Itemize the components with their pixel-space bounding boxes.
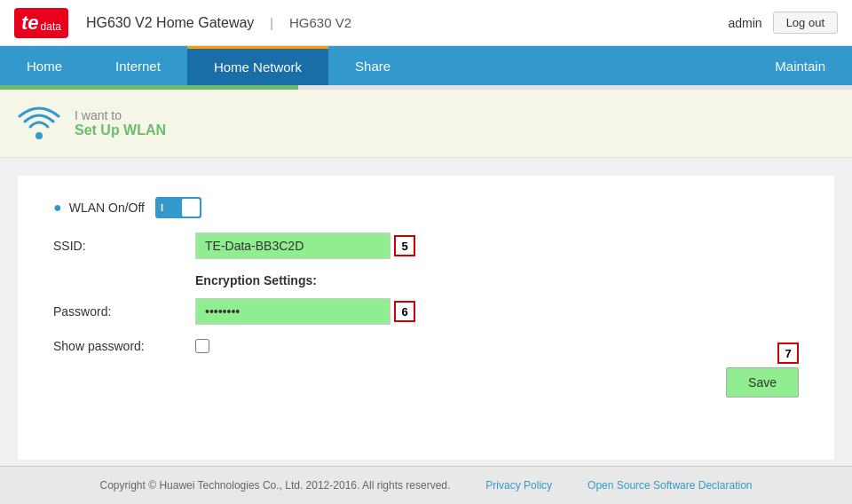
toggle-on-text: I <box>161 202 163 213</box>
header-model: HG630 V2 <box>289 15 351 30</box>
toggle-thumb <box>182 199 200 217</box>
password-row: Password: 6 <box>53 298 799 325</box>
ssid-step-badge: 5 <box>394 235 415 256</box>
show-password-checkbox[interactable] <box>195 339 209 353</box>
logout-button[interactable]: Log out <box>773 12 838 34</box>
logo: tedata <box>14 8 68 38</box>
svg-point-0 <box>36 132 43 139</box>
password-label: Password: <box>53 304 195 319</box>
admin-label: admin <box>728 16 761 30</box>
ssid-input[interactable] <box>195 232 390 259</box>
save-step-badge: 7 <box>777 343 799 364</box>
footer-open-source[interactable]: Open Source Software Declaration <box>588 479 752 492</box>
nav-spacer <box>417 46 748 85</box>
nav-item-internet[interactable]: Internet <box>89 46 187 85</box>
save-button[interactable]: Save <box>726 367 799 398</box>
header: tedata HG630 V2 Home Gateway | HG630 V2 … <box>0 0 852 46</box>
bullet-icon: ● <box>53 200 62 216</box>
encryption-settings-label: Encryption Settings: <box>195 273 799 287</box>
logo-container: tedata HG630 V2 Home Gateway | HG630 V2 <box>14 8 351 38</box>
wifi-icon <box>18 102 60 145</box>
footer-privacy-policy[interactable]: Privacy Policy <box>485 479 552 492</box>
footer-copyright: Copyright © Huawei Technologies Co., Ltd… <box>100 479 451 492</box>
save-wrapper: 7 Save <box>726 367 799 398</box>
nav-item-home[interactable]: Home <box>0 46 89 85</box>
footer: Copyright © Huawei Technologies Co., Ltd… <box>0 466 852 504</box>
logo-data-text: data <box>41 20 61 33</box>
show-password-row: Show password: <box>53 339 799 353</box>
save-section: 7 Save <box>53 367 799 398</box>
nav-bar: Home Internet Home Network Share Maintai… <box>0 46 852 85</box>
content-area: ● WLAN On/Off I SSID: 5 Encryption Setti… <box>18 176 834 460</box>
nav-item-home-network[interactable]: Home Network <box>187 46 328 85</box>
password-input[interactable] <box>195 298 390 325</box>
header-title: HG630 V2 Home Gateway <box>86 15 254 31</box>
header-divider: | <box>270 16 273 30</box>
ssid-input-wrapper: 5 <box>195 232 415 259</box>
ssid-label: SSID: <box>53 239 195 253</box>
logo-te-text: te <box>21 12 39 35</box>
wlan-onoff-label: WLAN On/Off <box>69 201 145 215</box>
breadcrumb-section: I want to Set Up WLAN <box>0 90 852 158</box>
wlan-toggle[interactable]: I <box>155 197 201 218</box>
show-password-label: Show password: <box>53 339 195 353</box>
nav-item-share[interactable]: Share <box>328 46 417 85</box>
header-right: admin Log out <box>728 12 838 34</box>
ssid-row: SSID: 5 <box>53 232 799 259</box>
wlan-onoff-row: ● WLAN On/Off I <box>53 197 799 218</box>
setup-wlan-label: Set Up WLAN <box>75 122 166 138</box>
i-want-to-label: I want to <box>75 108 166 122</box>
breadcrumb-text: I want to Set Up WLAN <box>75 108 166 138</box>
nav-item-maintain[interactable]: Maintain <box>748 46 852 85</box>
password-input-wrapper: 6 <box>195 298 415 325</box>
password-step-badge: 6 <box>394 301 415 322</box>
